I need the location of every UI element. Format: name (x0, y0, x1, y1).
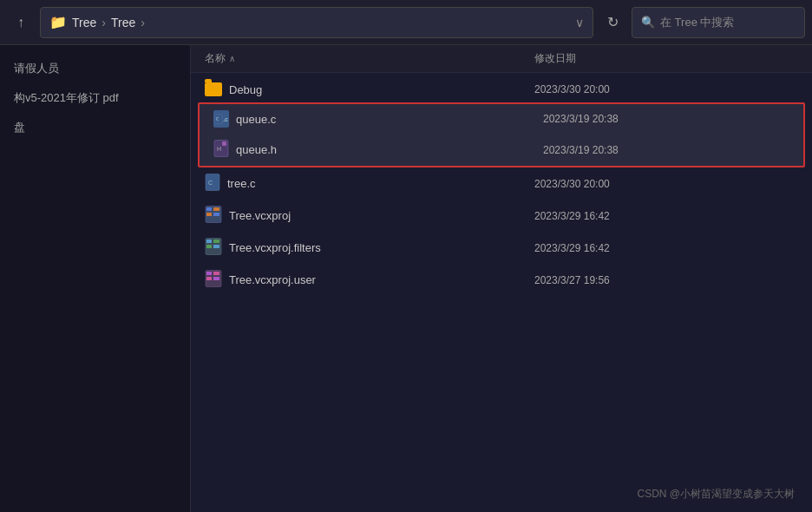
file-date-debug: 2023/3/30 20:00 (534, 83, 798, 95)
svg-rect-8 (206, 207, 212, 211)
svg-rect-19 (213, 272, 219, 275)
chevron-down-icon[interactable]: ∨ (575, 16, 584, 30)
path-part-1: Tree (72, 16, 96, 30)
svg-rect-14 (213, 240, 219, 243)
selected-group: C queue.c 2023/3/19 20:38 H (198, 102, 805, 167)
svg-rect-15 (206, 245, 212, 248)
file-date-queuec: 2023/3/19 20:38 (543, 113, 789, 125)
svg-text:H: H (217, 146, 221, 152)
file-row-queuec[interactable]: C queue.c 2023/3/19 20:38 (200, 104, 803, 134)
h-file-icon-queueh: H (213, 140, 229, 160)
svg-rect-11 (213, 213, 219, 216)
search-box[interactable]: 🔍 在 Tree 中搜索 (632, 7, 805, 38)
file-row-debug[interactable]: Debug 2023/3/30 20:00 (191, 76, 812, 102)
svg-rect-18 (206, 272, 212, 275)
svg-rect-16 (213, 245, 219, 248)
file-label-treevcxu: Tree.vcxproj.user (229, 273, 316, 286)
main-area: 请假人员 构v5-2021年修订 pdf 盘 名称 ∧ 修改日期 Debug 2… (0, 45, 812, 512)
file-label-queueh: queue.h (236, 143, 277, 156)
vcx-file-icon-treevcx (205, 206, 222, 226)
file-label-treevcxf: Tree.vcxproj.filters (229, 241, 321, 254)
watermark: CSDN @小树苗渴望变成参天大树 (637, 487, 795, 502)
file-date-treevcxf: 2023/3/29 16:42 (534, 242, 798, 254)
svg-rect-4 (222, 141, 226, 146)
path-separator-2: › (141, 16, 145, 30)
svg-rect-10 (206, 213, 212, 216)
file-label-treevcx: Tree.vcxproj (229, 209, 291, 222)
sort-arrow-icon: ∧ (229, 54, 235, 63)
file-name-queueh: H queue.h (213, 140, 543, 160)
file-row-treevcx[interactable]: Tree.vcxproj 2023/3/29 16:42 (191, 200, 812, 232)
vcxf-file-icon-treevcxf (205, 238, 222, 258)
path-separator-1: › (102, 16, 106, 30)
nav-back-button[interactable]: ↑ (7, 9, 35, 36)
file-name-treevcxu: Tree.vcxproj.user (205, 270, 534, 290)
file-date-queueh: 2023/3/19 20:38 (543, 144, 789, 156)
file-name-debug: Debug (205, 82, 534, 96)
file-row-queueh[interactable]: H queue.h 2023/3/19 20:38 (200, 134, 803, 166)
vcxu-file-icon-treevcxu (205, 270, 222, 290)
file-list: Debug 2023/3/30 20:00 C queue.c (191, 73, 812, 512)
file-row-treevcxf[interactable]: Tree.vcxproj.filters 2023/3/29 16:42 (191, 232, 812, 264)
file-date-treec: 2023/3/30 20:00 (534, 178, 798, 190)
file-label-debug: Debug (229, 83, 262, 96)
file-date-treevcx: 2023/3/29 16:42 (534, 210, 798, 222)
path-part-2: Tree (111, 16, 135, 30)
sidebar: 请假人员 构v5-2021年修订 pdf 盘 (0, 45, 191, 512)
svg-rect-13 (206, 240, 212, 243)
sidebar-item-1[interactable]: 构v5-2021年修订 pdf (0, 83, 190, 113)
address-bar: ↑ 📁 Tree › Tree › ∨ ↻ 🔍 在 Tree 中搜索 (0, 0, 812, 45)
col-name-label: 名称 (205, 51, 226, 66)
folder-icon-debug (205, 82, 222, 96)
c-file-icon-treec: C (205, 174, 220, 194)
file-name-queuec: C queue.c (213, 110, 543, 128)
col-date-header[interactable]: 修改日期 (534, 51, 798, 66)
col-name-header[interactable]: 名称 ∧ (205, 51, 534, 66)
file-name-treevcxf: Tree.vcxproj.filters (205, 238, 534, 258)
svg-text:C: C (208, 180, 213, 186)
file-name-treec: C tree.c (205, 174, 534, 194)
folder-icon: 📁 (49, 14, 67, 30)
refresh-button[interactable]: ↻ (599, 9, 626, 36)
search-icon: 🔍 (641, 16, 655, 29)
column-headers: 名称 ∧ 修改日期 (191, 45, 812, 73)
sidebar-item-2[interactable]: 盘 (0, 113, 190, 142)
svg-rect-20 (206, 277, 212, 280)
file-label-queuec: queue.c (236, 113, 276, 126)
sidebar-item-0[interactable]: 请假人员 (0, 54, 190, 83)
address-path[interactable]: 📁 Tree › Tree › ∨ (40, 7, 593, 38)
file-name-treevcx: Tree.vcxproj (205, 206, 534, 226)
file-area: 名称 ∧ 修改日期 Debug 2023/3/30 20:00 (191, 45, 812, 512)
file-row-treevcxu[interactable]: Tree.vcxproj.user 2023/3/27 19:56 (191, 264, 812, 296)
file-date-treevcxu: 2023/3/27 19:56 (534, 274, 798, 286)
file-row-treec[interactable]: C tree.c 2023/3/30 20:00 (191, 167, 812, 200)
search-placeholder-text: 在 Tree 中搜索 (660, 15, 734, 30)
c-file-icon-queuec: C (213, 110, 229, 128)
file-label-treec: tree.c (227, 177, 256, 190)
col-date-label: 修改日期 (534, 52, 576, 64)
svg-rect-21 (213, 277, 219, 280)
svg-rect-9 (213, 207, 219, 211)
